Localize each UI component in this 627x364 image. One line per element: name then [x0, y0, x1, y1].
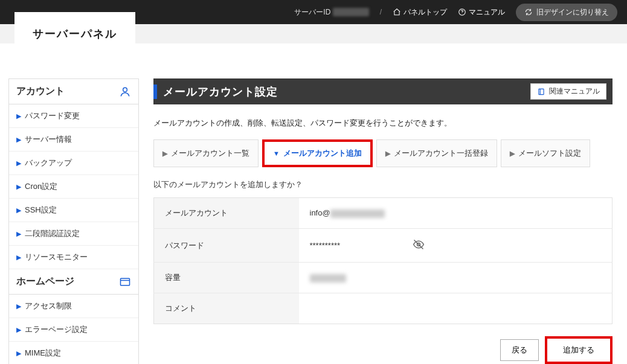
title-accent — [153, 85, 157, 99]
tab-label: メールアカウント一覧 — [171, 148, 249, 159]
sidebar-item-error-page[interactable]: ▶エラーページ設定 — [9, 318, 138, 342]
sidebar-item-server-info[interactable]: ▶サーバー情報 — [9, 128, 138, 152]
confirm-table: メールアカウント info@ パスワード ********** — [153, 197, 613, 324]
svg-point-1 — [462, 14, 463, 14]
sidebar-section-account-label: アカウント — [16, 85, 65, 98]
sidebar-item-backup[interactable]: ▶バックアップ — [9, 152, 138, 175]
sidebar-item-ssh[interactable]: ▶SSH設定 — [9, 199, 138, 222]
chevron-right-icon: ▶ — [16, 326, 21, 334]
tab-mail-account-bulk[interactable]: ▶メールアカウント一括登録 — [376, 139, 497, 167]
tab-mail-account-list[interactable]: ▶メールアカウント一覧 — [153, 139, 259, 167]
sidebar-section-homepage-label: ホームページ — [16, 275, 74, 288]
main-description: メールアカウントの作成、削除、転送設定、パスワード変更を行うことができます。 — [153, 118, 613, 129]
chevron-right-icon: ▶ — [510, 150, 515, 158]
user-icon — [119, 86, 131, 98]
sidebar-item-cron[interactable]: ▶Cron設定 — [9, 175, 138, 199]
switch-design-label: 旧デザインに切り替え — [536, 7, 609, 18]
chevron-right-icon: ▶ — [162, 150, 167, 158]
chevron-right-icon: ▶ — [16, 302, 21, 310]
window-icon — [119, 276, 131, 288]
help-icon — [458, 8, 466, 16]
svg-point-2 — [123, 88, 127, 92]
row-capacity-label: 容量 — [154, 263, 299, 293]
sidebar-item-access-restriction[interactable]: ▶アクセス制限 — [9, 295, 138, 318]
chevron-right-icon: ▶ — [16, 112, 21, 120]
separator: / — [380, 8, 382, 16]
logo-text: サーバーパネル — [33, 27, 117, 41]
server-id-value — [333, 8, 369, 16]
sidebar-item-label: SSH設定 — [25, 205, 57, 216]
chevron-right-icon: ▶ — [16, 206, 21, 214]
main-title-bar: メールアカウント設定 関連マニュアル — [153, 78, 613, 104]
manual-link[interactable]: マニュアル — [458, 7, 505, 18]
sidebar-item-label: Cron設定 — [25, 181, 57, 192]
chevron-right-icon: ▶ — [16, 136, 21, 144]
row-capacity-value — [299, 263, 613, 293]
action-buttons: 戻る 追加する — [153, 336, 613, 364]
row-password-label: パスワード — [154, 229, 299, 263]
sidebar-item-label: 二段階認証設定 — [25, 228, 80, 239]
manual-label: マニュアル — [469, 7, 505, 18]
chevron-down-icon: ▼ — [273, 150, 280, 157]
tab-label: メールソフト設定 — [518, 148, 581, 159]
sidebar-item-label: サーバー情報 — [25, 134, 72, 145]
tab-mail-software[interactable]: ▶メールソフト設定 — [501, 139, 590, 167]
sidebar-item-2fa[interactable]: ▶二段階認証設定 — [9, 222, 138, 246]
svg-rect-3 — [121, 278, 130, 286]
row-comment-value — [299, 293, 613, 324]
sidebar-item-label: リソースモニター — [25, 252, 88, 263]
blurred-domain — [330, 209, 385, 218]
sidebar-item-mime[interactable]: ▶MIME設定 — [9, 342, 138, 364]
panel-top-link[interactable]: パネルトップ — [393, 7, 447, 18]
sidebar-item-resource-monitor[interactable]: ▶リソースモニター — [9, 246, 138, 269]
blurred-capacity — [310, 274, 346, 283]
server-id-label: サーバーID — [294, 8, 330, 16]
sidebar-item-password-change[interactable]: ▶パスワード変更 — [9, 104, 138, 128]
back-button[interactable]: 戻る — [500, 339, 539, 361]
tab-label: メールアカウント一括登録 — [394, 148, 488, 159]
sidebar-item-label: パスワード変更 — [25, 110, 80, 121]
book-icon — [537, 88, 545, 96]
related-manual-label: 関連マニュアル — [549, 86, 600, 97]
chevron-right-icon: ▶ — [16, 350, 21, 357]
sidebar-item-label: アクセス制限 — [25, 301, 72, 311]
logo: サーバーパネル — [14, 12, 135, 56]
tab-label: メールアカウント追加 — [283, 148, 362, 159]
submit-button[interactable]: 追加する — [545, 336, 613, 364]
svg-rect-5 — [539, 89, 544, 94]
chevron-right-icon: ▶ — [16, 254, 21, 261]
main-content: メールアカウント設定 関連マニュアル メールアカウントの作成、削除、転送設定、パ… — [153, 78, 613, 364]
confirm-text: 以下のメールアカウントを追加しますか？ — [153, 179, 613, 190]
row-mail-account-label: メールアカウント — [154, 198, 299, 229]
switch-design-button[interactable]: 旧デザインに切り替え — [516, 4, 617, 21]
panel-top-label: パネルトップ — [404, 7, 447, 18]
refresh-icon — [524, 8, 533, 16]
row-mail-account-value-text: info@ — [310, 208, 330, 217]
sidebar-item-label: エラーページ設定 — [25, 324, 88, 335]
chevron-right-icon: ▶ — [16, 183, 21, 191]
sidebar-section-homepage-title: ホームページ — [9, 269, 138, 295]
sidebar-section-account-title: アカウント — [9, 79, 138, 104]
tabs: ▶メールアカウント一覧 ▼メールアカウント追加 ▶メールアカウント一括登録 ▶メ… — [153, 139, 613, 167]
row-mail-account-value: info@ — [299, 198, 613, 229]
tab-mail-account-add[interactable]: ▼メールアカウント追加 — [262, 139, 373, 167]
related-manual-button[interactable]: 関連マニュアル — [530, 83, 606, 100]
sidebar: アカウント ▶パスワード変更 ▶サーバー情報 ▶バックアップ ▶Cron設定 ▶… — [8, 78, 139, 364]
chevron-right-icon: ▶ — [385, 150, 390, 158]
chevron-right-icon: ▶ — [16, 159, 21, 167]
row-comment-label: コメント — [154, 293, 299, 324]
visibility-off-icon[interactable] — [413, 238, 425, 252]
sidebar-item-label: バックアップ — [25, 158, 72, 168]
row-password-masked: ********** — [310, 241, 341, 250]
page-title: メールアカウント設定 — [163, 85, 278, 99]
sidebar-item-label: MIME設定 — [25, 348, 61, 359]
server-id-group: サーバーID — [294, 7, 368, 18]
chevron-right-icon: ▶ — [16, 230, 21, 238]
row-password-value: ********** — [299, 229, 613, 263]
home-icon — [393, 8, 401, 16]
